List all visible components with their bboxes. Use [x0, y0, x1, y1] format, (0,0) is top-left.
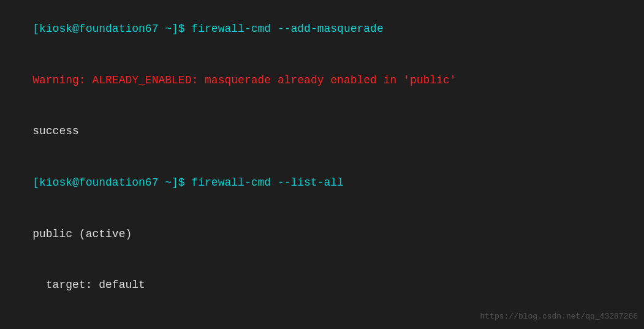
- terminal-line-5: public (active): [6, 209, 638, 260]
- zone-header: public (active): [32, 228, 132, 240]
- success-text: success: [32, 125, 79, 137]
- terminal-line-4: [kiosk@foundation67 ~]$ firewall-cmd --l…: [6, 157, 638, 209]
- target-line: target: default: [32, 279, 145, 291]
- warning-text: Warning: ALREADY_ENABLED: masquerade alr…: [32, 74, 456, 86]
- watermark: https://blog.csdn.net/qq_43287266: [480, 311, 638, 323]
- terminal-line-3: success: [6, 106, 638, 157]
- terminal-window: [kiosk@foundation67 ~]$ firewall-cmd --a…: [0, 0, 644, 329]
- command-text-2: [kiosk@foundation67 ~]$ firewall-cmd --l…: [32, 176, 344, 189]
- terminal-line-1: [kiosk@foundation67 ~]$ firewall-cmd --a…: [6, 4, 638, 55]
- command-text-1: [kiosk@foundation67 ~]$ firewall-cmd --a…: [32, 23, 384, 35]
- terminal-line-2: Warning: ALREADY_ENABLED: masquerade alr…: [6, 55, 638, 107]
- terminal-line-6: target: default: [6, 260, 638, 311]
